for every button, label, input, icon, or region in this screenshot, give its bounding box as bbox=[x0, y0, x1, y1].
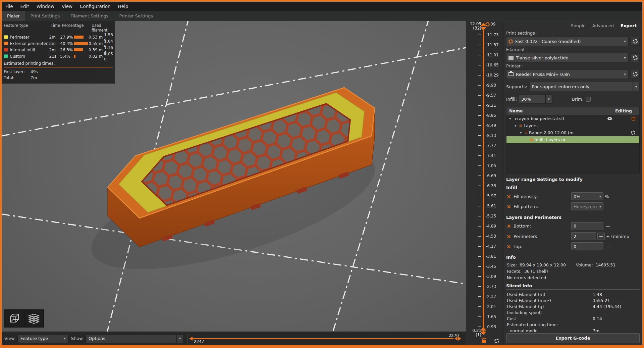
view-options-bar: View Feature type ▾ Show Options ▾ 2270 … bbox=[2, 332, 466, 345]
tick-dash bbox=[478, 226, 481, 227]
layer-tick: -5.61 bbox=[466, 201, 503, 211]
row-edit-icon[interactable] bbox=[632, 117, 635, 120]
tree-caret-icon[interactable]: ▾ bbox=[509, 116, 514, 121]
tick-dash bbox=[478, 196, 481, 196]
legend-divider bbox=[4, 67, 113, 67]
tree-caret-icon[interactable]: ▾ bbox=[520, 131, 524, 135]
remove-setting-icon[interactable]: × bbox=[506, 233, 512, 240]
remove-setting-icon[interactable]: × bbox=[506, 203, 512, 210]
tree-row[interactable]: ▾ crayon-box-pedestal.stl bbox=[506, 115, 639, 122]
lock-icon[interactable] bbox=[482, 340, 486, 343]
remove-setting-icon[interactable]: × bbox=[506, 243, 512, 250]
tree-row[interactable]: ▾ ↧ Range 2.00-12.00 (m bbox=[506, 129, 639, 136]
fill-pattern-dropdown[interactable]: Honeycom ▾ bbox=[571, 202, 603, 210]
tick-label: -2.37 bbox=[486, 294, 496, 299]
tick-label: -7.05 bbox=[486, 163, 496, 168]
tab[interactable]: Printer Settings bbox=[114, 11, 158, 21]
layer-tick: -2.37 bbox=[466, 292, 503, 302]
export-gcode-button[interactable]: Export G-code bbox=[506, 333, 640, 343]
menu-item[interactable]: Edit bbox=[17, 2, 33, 11]
layer-tick: -4.89 bbox=[466, 221, 503, 231]
row-gear-icon[interactable] bbox=[631, 131, 635, 135]
fill-density-row: × Fill density: 0% ▾ % bbox=[506, 191, 640, 201]
facets-label: Facets: bbox=[507, 269, 522, 274]
chevron-down-icon: ▾ bbox=[176, 335, 183, 343]
top-badge-text: 09 bbox=[490, 22, 495, 27]
slider-left-arrow[interactable] bbox=[189, 337, 193, 341]
slider-handle[interactable] bbox=[454, 337, 461, 341]
used-filament-weight: 0.05 g bbox=[104, 52, 113, 61]
percentage-bar-track bbox=[74, 48, 89, 51]
total-label: Total: bbox=[4, 76, 31, 80]
slider-track[interactable] bbox=[191, 338, 453, 339]
used-filament-length: 0.55 m bbox=[89, 41, 104, 46]
filament-gear-button[interactable] bbox=[631, 53, 640, 62]
view-type-dropdown[interactable]: Feature type ▾ bbox=[17, 334, 68, 343]
tick-dash bbox=[478, 75, 481, 76]
fill-density-input[interactable]: 0% ▾ bbox=[571, 192, 603, 200]
tab[interactable]: Print Settings bbox=[25, 11, 65, 21]
tree-item-label: crayon-box-pedestal.stl bbox=[515, 116, 564, 121]
legend-header-used: Used filament bbox=[92, 23, 113, 33]
tree-row[interactable]: ▾ ≡ Layers bbox=[506, 122, 639, 129]
menu-item[interactable]: View bbox=[58, 2, 76, 11]
3d-view-button[interactable] bbox=[5, 310, 24, 327]
gear-icon bbox=[633, 72, 638, 77]
tick-label: -6.33 bbox=[486, 184, 496, 188]
print-settings-dropdown[interactable]: Fast 0.32z - Coarse (modified) ▾ bbox=[506, 37, 629, 46]
tick-label: -4.53 bbox=[486, 234, 496, 239]
remove-setting-icon[interactable]: × bbox=[506, 223, 512, 229]
printer-dropdown[interactable]: Reeder Prusa Mini+ 0.8n ▾ bbox=[506, 69, 629, 79]
chevron-down-icon: ▾ bbox=[597, 195, 603, 198]
decrement-button[interactable]: — bbox=[597, 233, 605, 240]
menu-item[interactable]: Window bbox=[33, 2, 58, 11]
mode-tab[interactable]: Expert bbox=[618, 22, 640, 29]
tab[interactable]: Plater bbox=[2, 11, 25, 21]
tick-dash bbox=[478, 236, 481, 237]
first-layer-label: First layer: bbox=[4, 69, 31, 74]
menu-item[interactable]: File bbox=[2, 2, 17, 11]
visibility-eye-icon[interactable] bbox=[607, 117, 612, 120]
filament-dropdown[interactable]: Tianse silver polylactide ▾ bbox=[506, 53, 629, 62]
tree-item-icon: ≡ bbox=[519, 123, 522, 128]
legend-row: Internal infill 2m 26.3% 0.39 m 1.16 g bbox=[4, 47, 113, 53]
tick-dash bbox=[478, 105, 481, 106]
print-settings-gear-button[interactable] bbox=[631, 37, 640, 46]
supports-dropdown[interactable]: For support enforcers only ▾ bbox=[530, 82, 640, 91]
layer-tick: -5.25 bbox=[466, 211, 503, 221]
tick-label: -8.13 bbox=[486, 133, 496, 138]
bottom-layers-input[interactable]: 0 bbox=[571, 222, 603, 230]
estimated-times-title: Estimated printing times: bbox=[4, 61, 113, 66]
mode-tab[interactable]: Simple bbox=[568, 22, 588, 29]
first-layer-value: 49s bbox=[31, 69, 38, 74]
brim-checkbox[interactable] bbox=[586, 97, 591, 102]
slider-settings-gear-icon[interactable] bbox=[494, 339, 499, 343]
legend-row: Perimeter 2m 27.9% 0.53 m 1.58 g bbox=[4, 34, 113, 40]
menu-item[interactable]: Help bbox=[114, 2, 132, 11]
sliced-info-row: Used Filament (mm³) 3555.21 bbox=[507, 298, 640, 303]
tick-label: -2.73 bbox=[486, 284, 496, 289]
tree-caret-icon[interactable]: ▾ bbox=[515, 123, 519, 128]
menu-item[interactable]: Configuration bbox=[76, 2, 114, 11]
tab[interactable]: Filament Settings bbox=[65, 11, 114, 21]
tree-row[interactable]: ◉ Infill; Layers ar bbox=[506, 136, 639, 143]
percentage-bar bbox=[74, 42, 88, 45]
fill-pattern-row: × Fill pattern: Honeycom ▾ bbox=[506, 201, 640, 211]
percentage-bar-track bbox=[74, 42, 89, 45]
3d-viewport[interactable]: Feature type Time Percentage Used filame… bbox=[2, 21, 466, 345]
app-window: FileEditWindowViewConfigurationHelp Plat… bbox=[0, 0, 644, 348]
perimeters-input[interactable]: 2 bbox=[571, 232, 596, 240]
horizontal-range-slider[interactable]: 2270 2247 bbox=[187, 333, 463, 344]
infill-dropdown[interactable]: 30% ▾ bbox=[519, 94, 552, 104]
used-filament-length: 0.39 m bbox=[89, 48, 104, 52]
remove-setting-icon[interactable]: × bbox=[506, 193, 512, 200]
top-layers-input[interactable]: 0 bbox=[571, 242, 603, 250]
show-options-dropdown[interactable]: Options ▾ bbox=[86, 334, 183, 343]
mode-tab[interactable]: Advanced bbox=[589, 22, 617, 29]
tick-dash bbox=[478, 206, 481, 206]
printer-gear-button[interactable] bbox=[631, 70, 640, 79]
dash-text: — bbox=[605, 223, 611, 229]
tick-dash bbox=[478, 35, 481, 35]
layers-view-button[interactable] bbox=[24, 310, 43, 327]
layer-slider-top-value: 12.09 (32) bbox=[466, 22, 481, 31]
